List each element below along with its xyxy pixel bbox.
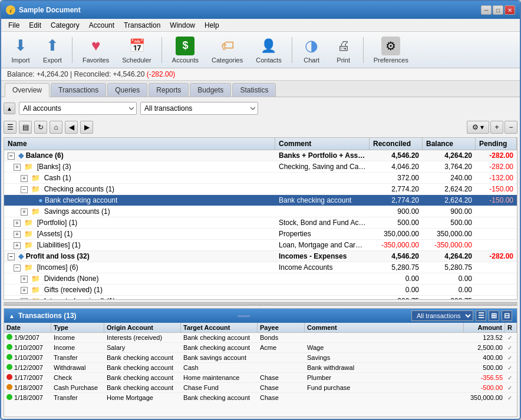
detail-view-button[interactable]: ▤ [19, 121, 32, 134]
trans-view-btn-3[interactable]: ⊟ [502, 310, 512, 321]
table-row[interactable]: + 📁 [Banks] (3) Checking, Saving and Cas… [4, 161, 517, 173]
transaction-row[interactable]: 1/10/2007 Income Salary Bank checking ac… [4, 343, 517, 353]
favorites-button[interactable]: ♥ Favorites [77, 34, 114, 67]
accounts-header: Name Comment Reconciled Balance Pending [4, 138, 517, 150]
trans-origin-cell: Salary [104, 343, 181, 352]
expand-icon[interactable]: − [8, 253, 15, 260]
export-icon: ⬆ [43, 37, 62, 55]
check-icon[interactable]: ✓ [507, 365, 512, 371]
expand-icon[interactable]: − [8, 153, 15, 160]
transaction-row[interactable]: 1/10/2007 Transfer Bank checking account… [4, 353, 517, 363]
next-button[interactable]: ▶ [80, 121, 93, 134]
expand-icon[interactable]: + [14, 164, 21, 171]
expand-icon[interactable]: − [21, 186, 28, 193]
expand-icon[interactable]: + [21, 298, 28, 299]
expand-icon[interactable]: + [21, 287, 28, 294]
table-row[interactable]: − 📁 [Incomes] (6) Income Accounts 5,280.… [4, 262, 517, 273]
check-icon[interactable]: ✓ [507, 335, 512, 341]
transaction-row[interactable]: 1/18/2007 Transfer Home Mortgage Bank ch… [4, 393, 517, 402]
acct-balance-cell: 350,000.00 [423, 229, 476, 239]
transactions-collapse-icon[interactable]: ▲ [9, 313, 15, 319]
table-row[interactable]: + 📁 Gifts (received) (1) 0.00 0.00 [4, 285, 517, 296]
import-button[interactable]: ⬇ Import [6, 34, 35, 67]
tab-budgets[interactable]: Budgets [190, 83, 231, 97]
check-icon[interactable]: ✓ [507, 345, 512, 351]
acct-reconciled-cell: -350,000.00 [370, 240, 423, 250]
trans-view-btn-2[interactable]: ⊞ [489, 310, 499, 321]
print-button[interactable]: 🖨 Print [329, 34, 358, 67]
filter-icon-btn[interactable]: ▲ [4, 102, 15, 114]
expand-icon[interactable]: + [21, 276, 28, 283]
trans-amount-cell: -356.55 [464, 373, 505, 382]
refresh-button[interactable]: ↻ [34, 121, 47, 134]
transactions-title: Transactions (13) [18, 312, 77, 320]
menu-file[interactable]: File [4, 20, 24, 31]
expand-icon[interactable]: + [21, 209, 28, 216]
acct-pending-cell [476, 240, 517, 250]
acct-comment-cell [275, 285, 370, 295]
add-account-button[interactable]: + [490, 121, 503, 134]
check-icon[interactable]: ✓ [507, 355, 512, 361]
menu-edit[interactable]: Edit [24, 20, 46, 31]
expand-icon[interactable]: + [14, 220, 21, 227]
expand-icon[interactable]: + [21, 175, 28, 182]
acct-pending-cell: -150.00 [476, 184, 517, 194]
trans-r-cell: ✓ [505, 393, 517, 402]
settings-button[interactable]: ⚙ ▾ [467, 121, 489, 134]
maximize-button[interactable]: □ [493, 5, 503, 15]
home-button[interactable]: ⌂ [50, 121, 62, 134]
table-row[interactable]: + 📁 Interests (received) (1) 280.75 280.… [4, 296, 517, 299]
tab-queries[interactable]: Queries [107, 83, 147, 97]
table-row[interactable]: − ◆ Profit and loss (32) Incomes - Expen… [4, 251, 517, 262]
list-view-button[interactable]: ☰ [4, 121, 17, 134]
tab-reports[interactable]: Reports [149, 83, 189, 97]
acct-pending-cell: -282.00 [476, 150, 517, 161]
categories-button[interactable]: 🏷 Categories [206, 34, 248, 67]
transaction-row[interactable]: 1/9/2007 Income Interests (received) Ban… [4, 333, 517, 343]
accounts-button[interactable]: $ Accounts [167, 34, 204, 67]
chart-button[interactable]: ◑ Chart [297, 34, 327, 67]
table-row[interactable]: + 📁 [Portfolio] (1) Stock, Bond and Fund… [4, 217, 517, 229]
table-row[interactable]: + 📁 Savings accounts (1) 900.00 900.00 [4, 206, 517, 217]
table-row[interactable]: + 📁 Cash (1) 372.00 240.00 -132.00 [4, 173, 517, 184]
trans-view-btn-1[interactable]: ☰ [476, 310, 486, 321]
table-row[interactable]: + 📁 [Assets] (1) Properties 350,000.00 3… [4, 229, 517, 240]
table-row[interactable]: ● Bank checking account Bank checking ac… [4, 195, 517, 206]
menu-transaction[interactable]: Transaction [119, 20, 165, 31]
menu-category[interactable]: Category [46, 20, 84, 31]
menu-window[interactable]: Window [165, 20, 200, 31]
table-row[interactable]: + 📁 Dividends (None) 0.00 0.00 [4, 273, 517, 285]
import-label: Import [11, 57, 29, 64]
table-row[interactable]: − 📁 Checking accounts (1) 2,774.20 2,624… [4, 184, 517, 195]
transaction-row[interactable]: 1/17/2007 Check Bank checking account Ho… [4, 373, 517, 383]
expand-icon[interactable]: − [14, 264, 21, 272]
contacts-button[interactable]: 👤 Contacts [250, 34, 286, 67]
expand-icon[interactable]: + [14, 242, 21, 249]
transaction-row[interactable]: 1/18/2007 Cash Purchase Bank checking ac… [4, 383, 517, 393]
transaction-filter-select[interactable]: All transactions [140, 102, 258, 115]
title-controls[interactable]: ─ □ ✕ [481, 5, 515, 15]
prev-button[interactable]: ◀ [65, 121, 78, 134]
menu-help[interactable]: Help [200, 20, 224, 31]
transaction-row[interactable]: 1/12/2007 Withdrawal Bank checking accou… [4, 363, 517, 373]
tab-statistics[interactable]: Statistics [232, 83, 276, 97]
close-button[interactable]: ✕ [504, 5, 515, 15]
table-row[interactable]: + 📁 [Liabilities] (1) Loan, Mortgage and… [4, 240, 517, 251]
menu-account[interactable]: Account [84, 20, 119, 31]
trans-filter-select[interactable]: All transactions [411, 310, 473, 321]
check-icon[interactable]: ✓ [507, 395, 512, 401]
minimize-button[interactable]: ─ [481, 5, 492, 15]
account-filter-select[interactable]: All accounts [19, 102, 137, 115]
resize-handle[interactable]: · · · · · [4, 302, 517, 306]
tab-overview[interactable]: Overview [5, 83, 50, 97]
scheduler-button[interactable]: 📅 Scheduler [117, 34, 157, 67]
tab-transactions[interactable]: Transactions [51, 83, 106, 97]
acct-reconciled-cell: 0.00 [370, 273, 423, 284]
check-icon[interactable]: ✓ [507, 375, 512, 381]
check-icon[interactable]: ✓ [507, 385, 512, 391]
expand-icon[interactable]: + [14, 231, 21, 238]
table-row[interactable]: − ◆ Balance (6) Banks + Portfolio + Asse… [4, 150, 517, 161]
preferences-button[interactable]: ⚙ Preferences [368, 34, 414, 67]
export-button[interactable]: ⬆ Export [38, 34, 67, 67]
remove-account-button[interactable]: − [504, 121, 517, 134]
